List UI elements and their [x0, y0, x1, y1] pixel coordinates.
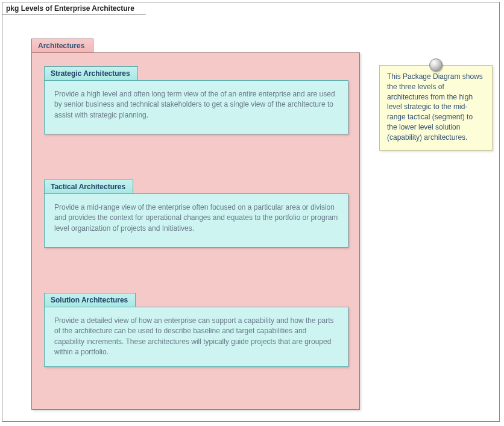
diagram-frame: pkg Levels of Enterprise Architecture Ar…	[2, 2, 500, 422]
package-architectures: Architectures Strategic Architectures Pr…	[31, 39, 360, 413]
note-element: This Package Diagram shows the three lev…	[379, 65, 493, 151]
frame-title: pkg Levels of Enterprise Architecture	[6, 4, 134, 13]
package-tab: Architectures	[31, 39, 93, 52]
package-title: Tactical Architectures	[51, 183, 125, 191]
package-description: Provide a mid-range view of the enterpri…	[54, 203, 338, 233]
package-body: Provide a mid-range view of the enterpri…	[44, 193, 348, 248]
package-body: Provide a detailed view of how an enterp…	[44, 307, 348, 367]
package-title: Solution Architectures	[51, 296, 128, 304]
package-strategic: Strategic Architectures Provide a high l…	[44, 66, 348, 134]
package-title: Strategic Architectures	[51, 69, 130, 78]
package-tab: Strategic Architectures	[44, 66, 138, 80]
package-body: Strategic Architectures Provide a high l…	[31, 52, 360, 410]
package-solution: Solution Architectures Provide a detaile…	[44, 293, 348, 367]
package-tactical: Tactical Architectures Provide a mid-ran…	[44, 180, 348, 248]
package-title: Architectures	[38, 42, 84, 50]
frame-title-tab: pkg Levels of Enterprise Architecture	[2, 2, 146, 15]
pin-icon	[429, 58, 443, 72]
package-body: Provide a high level and often long term…	[44, 80, 348, 134]
package-description: Provide a high level and often long term…	[54, 90, 335, 119]
package-description: Provide a detailed view of how an enterp…	[54, 316, 334, 356]
package-tab: Solution Architectures	[44, 293, 136, 307]
note-text: This Package Diagram shows the three lev…	[387, 72, 483, 142]
package-tab: Tactical Architectures	[44, 180, 133, 193]
